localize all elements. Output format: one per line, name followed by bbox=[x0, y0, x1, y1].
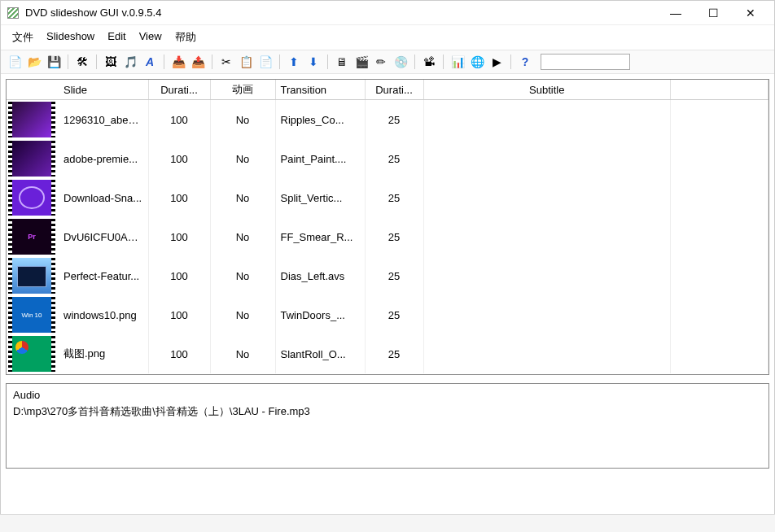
menu-help[interactable]: 帮助 bbox=[170, 28, 201, 46]
cell-slide[interactable]: 1296310_abe6... bbox=[59, 100, 148, 140]
cell-extra[interactable] bbox=[671, 178, 768, 217]
cell-subtitle[interactable] bbox=[423, 217, 671, 256]
col-slide[interactable]: Slide bbox=[59, 80, 148, 100]
table-row[interactable]: 截图.png100NoSlantRoll_O...25 bbox=[7, 334, 768, 373]
cell-anim[interactable]: No bbox=[210, 295, 275, 334]
cell-anim[interactable]: No bbox=[210, 139, 275, 178]
maximize-button[interactable]: ☐ bbox=[694, 2, 732, 24]
help-icon[interactable]: ? bbox=[516, 53, 534, 71]
cell-extra[interactable] bbox=[671, 139, 768, 178]
save-icon[interactable]: 💾 bbox=[45, 53, 63, 71]
cell-duration1[interactable]: 100 bbox=[148, 139, 210, 178]
cell-extra[interactable] bbox=[671, 334, 768, 373]
cell-duration1[interactable]: 100 bbox=[148, 100, 210, 140]
cell-slide[interactable]: adobe-premie... bbox=[59, 139, 148, 178]
cell-slide[interactable]: DvU6ICFU0AE... bbox=[59, 217, 148, 256]
cell-extra[interactable] bbox=[671, 256, 768, 295]
cell-duration1[interactable]: 100 bbox=[148, 334, 210, 373]
table-row[interactable]: 1296310_abe6...100NoRipples_Co...25 bbox=[7, 100, 768, 140]
col-subtitle[interactable]: Subtitle bbox=[423, 80, 671, 100]
menu-slideshow[interactable]: Slideshow bbox=[42, 28, 99, 46]
new-icon[interactable]: 📄 bbox=[6, 53, 24, 71]
cell-duration2[interactable]: 25 bbox=[365, 295, 423, 334]
cell-subtitle[interactable] bbox=[423, 100, 671, 140]
music-icon[interactable]: 🎵 bbox=[121, 53, 139, 71]
cell-duration2[interactable]: 25 bbox=[365, 334, 423, 373]
cell-transition[interactable]: Ripples_Co... bbox=[275, 100, 365, 140]
cell-duration2[interactable]: 25 bbox=[365, 100, 423, 140]
cell-subtitle[interactable] bbox=[423, 295, 671, 334]
cell-transition[interactable]: Paint_Paint.... bbox=[275, 139, 365, 178]
images-icon[interactable]: 🖼 bbox=[102, 53, 120, 71]
cell-extra[interactable] bbox=[671, 217, 768, 256]
minimize-button[interactable]: — bbox=[657, 2, 694, 24]
cell-transition[interactable]: Dias_Left.avs bbox=[275, 256, 365, 295]
present-icon[interactable]: 📽 bbox=[420, 53, 438, 71]
cell-slide[interactable]: Download-Sna... bbox=[59, 178, 148, 217]
col-duration2[interactable]: Durati... bbox=[365, 80, 423, 100]
cell-transition[interactable]: Split_Vertic... bbox=[275, 178, 365, 217]
cell-duration2[interactable]: 25 bbox=[365, 217, 423, 256]
close-button[interactable]: ✕ bbox=[732, 2, 769, 24]
cell-slide[interactable]: 截图.png bbox=[59, 334, 148, 373]
cell-anim[interactable]: No bbox=[210, 334, 275, 373]
cell-anim[interactable]: No bbox=[210, 178, 275, 217]
cell-transition[interactable]: FF_Smear_R... bbox=[275, 217, 365, 256]
cell-slide[interactable]: windows10.png bbox=[59, 295, 148, 334]
cell-duration1[interactable]: 100 bbox=[148, 217, 210, 256]
thumbnail[interactable] bbox=[7, 217, 59, 256]
web-icon[interactable]: 🌐 bbox=[468, 53, 486, 71]
col-extra[interactable] bbox=[671, 80, 768, 100]
font-icon[interactable]: A bbox=[141, 53, 159, 71]
cell-anim[interactable]: No bbox=[210, 256, 275, 295]
paste-icon[interactable]: 📄 bbox=[256, 53, 274, 71]
dvd-icon[interactable]: 💿 bbox=[392, 53, 409, 71]
movie-icon[interactable]: 🎬 bbox=[352, 53, 370, 71]
up-icon[interactable]: ⬆ bbox=[285, 53, 303, 71]
cell-extra[interactable] bbox=[671, 100, 768, 140]
youtube-icon[interactable]: ▶ bbox=[488, 53, 506, 71]
col-transition[interactable]: Transition bbox=[275, 80, 365, 100]
thumbnail[interactable] bbox=[7, 139, 59, 178]
chart-icon[interactable]: 📊 bbox=[449, 53, 466, 71]
cell-slide[interactable]: Perfect-Featur... bbox=[59, 256, 148, 295]
cell-duration1[interactable]: 100 bbox=[148, 178, 210, 217]
import-icon[interactable]: 📥 bbox=[169, 53, 187, 71]
cell-transition[interactable]: TwinDoors_... bbox=[275, 295, 365, 334]
open-icon[interactable]: 📂 bbox=[25, 53, 43, 71]
cell-extra[interactable] bbox=[671, 295, 768, 334]
thumbnail[interactable] bbox=[7, 178, 59, 217]
thumbnail[interactable] bbox=[7, 256, 59, 295]
thumbnail[interactable] bbox=[7, 334, 59, 373]
cell-anim[interactable]: No bbox=[210, 217, 275, 256]
cell-duration2[interactable]: 25 bbox=[365, 256, 423, 295]
table-row[interactable]: Download-Sna...100NoSplit_Vertic...25 bbox=[7, 178, 768, 217]
cell-transition[interactable]: SlantRoll_O... bbox=[275, 334, 365, 373]
col-anim[interactable]: 动画 bbox=[210, 80, 275, 100]
cell-subtitle[interactable] bbox=[423, 256, 671, 295]
copy-icon[interactable]: 📋 bbox=[237, 53, 255, 71]
cell-duration2[interactable]: 25 bbox=[365, 139, 423, 178]
toolbar-input[interactable] bbox=[541, 54, 630, 70]
cut-icon[interactable]: ✂ bbox=[217, 53, 235, 71]
menu-edit[interactable]: Edit bbox=[103, 28, 130, 46]
cell-subtitle[interactable] bbox=[423, 178, 671, 217]
col-duration1[interactable]: Durati... bbox=[148, 80, 210, 100]
edit-icon[interactable]: ✏ bbox=[372, 53, 390, 71]
table-row[interactable]: adobe-premie...100NoPaint_Paint....25 bbox=[7, 139, 768, 178]
preview-icon[interactable]: 🖥 bbox=[333, 53, 351, 71]
thumbnail[interactable] bbox=[7, 295, 59, 334]
audio-path[interactable]: D:\mp3\270多首抖音精选歌曲\抖音精选（上）\3LAU - Fire.m… bbox=[13, 404, 762, 419]
cell-duration1[interactable]: 100 bbox=[148, 295, 210, 334]
col-thumb[interactable] bbox=[7, 80, 59, 100]
cell-subtitle[interactable] bbox=[423, 334, 671, 373]
cell-anim[interactable]: No bbox=[210, 100, 275, 140]
table-row[interactable]: Perfect-Featur...100NoDias_Left.avs25 bbox=[7, 256, 768, 295]
down-icon[interactable]: ⬇ bbox=[304, 53, 322, 71]
settings-icon[interactable]: 🛠 bbox=[73, 53, 91, 71]
table-row[interactable]: DvU6ICFU0AE...100NoFF_Smear_R...25 bbox=[7, 217, 768, 256]
cell-subtitle[interactable] bbox=[423, 139, 671, 178]
thumbnail[interactable] bbox=[7, 100, 59, 140]
cell-duration2[interactable]: 25 bbox=[365, 178, 423, 217]
menu-file[interactable]: 文件 bbox=[7, 28, 38, 46]
